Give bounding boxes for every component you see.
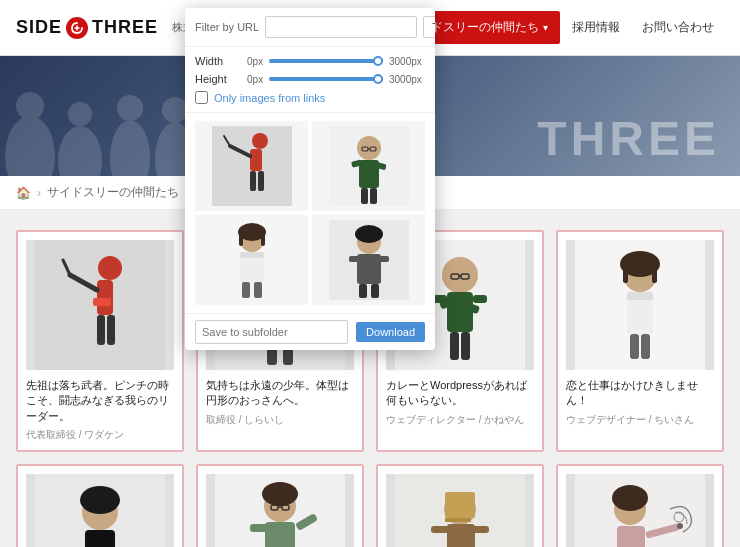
svg-rect-10 — [97, 280, 113, 315]
popup-url-input[interactable] — [265, 16, 417, 38]
width-min-val: 0px — [239, 56, 263, 67]
svg-rect-70 — [617, 526, 645, 547]
svg-point-2 — [58, 126, 102, 176]
svg-rect-36 — [627, 292, 653, 300]
member-card-8[interactable] — [556, 464, 724, 547]
svg-rect-101 — [239, 234, 243, 246]
logo-three: THREE — [92, 17, 158, 38]
svg-rect-44 — [85, 530, 115, 547]
popup-download-button[interactable]: Download — [356, 322, 425, 342]
svg-rect-24 — [450, 332, 459, 360]
member-card-1[interactable]: 先祖は落ち武者。ピンチの時こそ、闘志みなぎる我らのリーダー。 代表取締役 / ワ… — [16, 230, 184, 452]
svg-rect-99 — [254, 282, 262, 298]
logo-text: SIDE THREE — [16, 17, 158, 39]
popup-type-select[interactable]: Text Image Video — [423, 16, 435, 38]
card-title-4: 恋と仕事はかけひきしません！ — [566, 378, 714, 409]
members-grid-row2 — [16, 464, 724, 547]
card-subtitle-4: ウェブデザイナー / ちいさん — [566, 413, 714, 427]
svg-point-85 — [357, 136, 381, 160]
svg-rect-27 — [473, 295, 487, 303]
svg-rect-87 — [361, 188, 368, 204]
height-slider-track[interactable] — [269, 77, 383, 81]
member-img-4 — [566, 240, 714, 370]
member-img-7 — [386, 474, 534, 547]
member-img-8 — [566, 474, 714, 547]
height-slider-row: Height 0px 3000px — [195, 73, 425, 85]
member-card-4[interactable]: 恋と仕事はかけひきしません！ ウェブデザイナー / ちいさん — [556, 230, 724, 452]
height-max-val: 3000px — [389, 74, 425, 85]
only-from-links-row: Only images from links — [195, 91, 425, 104]
svg-rect-12 — [107, 315, 115, 345]
svg-rect-110 — [379, 256, 389, 262]
popup-filter-label: Filter by URL — [195, 21, 259, 33]
svg-rect-67 — [471, 526, 489, 533]
image-downloader-popup: Filter by URL Text Image Video ✕ ⚙ Width… — [185, 8, 435, 350]
svg-point-58 — [262, 482, 298, 506]
svg-rect-106 — [359, 284, 367, 298]
popup-controls: Width 0px 3000px Height 0px 3000px Only … — [185, 47, 435, 113]
svg-rect-40 — [623, 265, 628, 283]
svg-rect-54 — [250, 524, 268, 532]
nav-item-contact[interactable]: お問い合わせ — [632, 11, 724, 44]
svg-rect-66 — [431, 526, 449, 533]
member-card-6[interactable] — [196, 464, 364, 547]
svg-point-78 — [252, 133, 268, 149]
popup-img-2[interactable] — [312, 121, 425, 211]
breadcrumb-home[interactable]: 🏠 — [16, 186, 31, 200]
width-slider-row: Width 0px 3000px — [195, 55, 425, 67]
svg-rect-61 — [445, 492, 475, 518]
svg-point-108 — [355, 225, 383, 243]
svg-point-47 — [80, 486, 120, 514]
svg-point-5 — [117, 95, 143, 121]
popup-footer: Download — [185, 313, 435, 350]
svg-rect-109 — [349, 256, 359, 262]
svg-rect-97 — [240, 252, 264, 258]
popup-img-1[interactable] — [195, 121, 308, 211]
logo-icon — [66, 17, 88, 39]
svg-rect-15 — [93, 298, 111, 306]
popup-img-3[interactable] — [195, 215, 308, 305]
card-title-2: 気持ちは永遠の少年。体型は円形のおっさんへ。 — [206, 378, 354, 409]
svg-point-1 — [16, 92, 44, 120]
svg-point-73 — [612, 485, 648, 511]
width-slider-track[interactable] — [269, 59, 383, 63]
svg-rect-11 — [97, 315, 105, 345]
member-img-6 — [206, 474, 354, 547]
card-subtitle-3: ウェブディレクター / かねやん — [386, 413, 534, 427]
width-label: Width — [195, 55, 233, 67]
popup-image-grid — [185, 113, 435, 313]
nav-item-recruit[interactable]: 採用情報 — [562, 11, 630, 44]
only-from-links-label[interactable]: Only images from links — [214, 92, 325, 104]
svg-rect-86 — [359, 160, 379, 188]
svg-rect-25 — [461, 332, 470, 360]
svg-point-4 — [110, 120, 150, 176]
only-from-links-checkbox[interactable] — [195, 91, 208, 104]
svg-rect-98 — [242, 282, 250, 298]
svg-point-75 — [677, 523, 683, 529]
card-title-3: カレーとWordpressがあれば何もいらない。 — [386, 378, 534, 409]
svg-rect-102 — [261, 234, 265, 246]
member-card-5[interactable] — [16, 464, 184, 547]
hero-bg-text: THREE — [537, 111, 720, 166]
svg-rect-107 — [371, 284, 379, 298]
svg-rect-37 — [630, 334, 639, 359]
svg-rect-50 — [265, 522, 295, 547]
svg-rect-105 — [357, 254, 381, 284]
card-title-1: 先祖は落ち武者。ピンチの時こそ、闘志みなぎる我らのリーダー。 — [26, 378, 174, 424]
logo-side: SIDE — [16, 17, 62, 38]
member-card-7[interactable] — [376, 464, 544, 547]
height-label: Height — [195, 73, 233, 85]
svg-rect-79 — [250, 149, 262, 171]
card-subtitle-2: 取締役 / しらいし — [206, 413, 354, 427]
svg-point-22 — [442, 257, 478, 293]
member-img-1 — [26, 240, 174, 370]
breadcrumb-sep1: › — [37, 186, 41, 200]
svg-point-0 — [5, 116, 55, 176]
height-min-val: 0px — [239, 74, 263, 85]
svg-rect-41 — [652, 265, 657, 283]
breadcrumb-item1[interactable]: サイドスリーの仲間たち — [47, 184, 179, 201]
card-subtitle-1: 代表取締役 / ワダケン — [26, 428, 174, 442]
svg-point-9 — [98, 256, 122, 280]
popup-img-4[interactable] — [312, 215, 425, 305]
popup-folder-input[interactable] — [195, 320, 348, 344]
